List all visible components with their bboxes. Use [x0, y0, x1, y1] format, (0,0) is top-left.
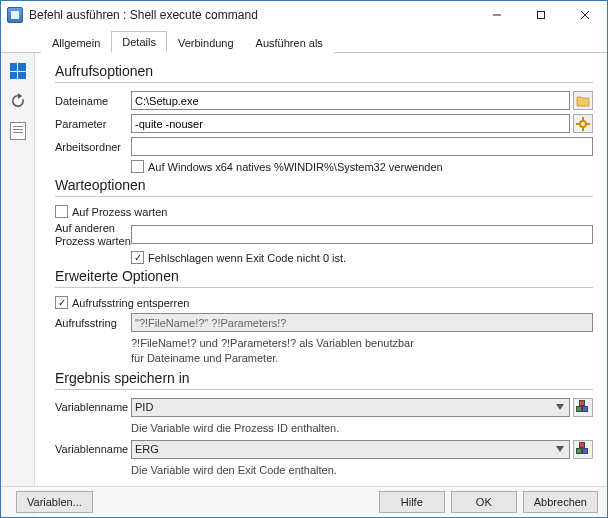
cubes-icon [576, 442, 590, 456]
filename-input[interactable] [131, 91, 570, 110]
tab-details[interactable]: Details [111, 31, 167, 53]
cancel-button[interactable]: Abbrechen [523, 491, 598, 513]
callstring-note: ?!FileName!? und ?!Parameters!? als Vari… [131, 336, 593, 366]
wait-other-input[interactable] [131, 225, 593, 244]
browse-file-button[interactable] [573, 91, 593, 110]
section-ergebnis-title: Ergebnis speichern in [55, 370, 593, 386]
filename-label: Dateiname [55, 95, 131, 107]
app-icon [7, 7, 23, 23]
window-title: Befehl ausführen : Shell execute command [29, 8, 475, 22]
var2-label: Variablenname [55, 443, 131, 455]
parameter-input[interactable] [131, 114, 570, 133]
tab-ausfuehren-als[interactable]: Ausführen als [245, 32, 334, 53]
wait-process-checkbox[interactable] [55, 205, 68, 218]
tiles-button[interactable] [6, 59, 30, 83]
var1-note: Die Variable wird die Prozess ID enthalt… [131, 421, 593, 436]
unlock-callstring-checkbox[interactable] [55, 296, 68, 309]
var2-note: Die Variable wird den Exit Code enthalte… [131, 463, 593, 478]
minimize-button[interactable] [475, 1, 519, 29]
reload-button[interactable] [6, 89, 30, 113]
x64-checkbox-label: Auf Windows x64 natives %WINDIR%\System3… [148, 161, 443, 173]
var1-picker-button[interactable] [573, 398, 593, 417]
help-button[interactable]: Hilfe [379, 491, 445, 513]
gear-icon [576, 117, 590, 131]
close-button[interactable] [563, 1, 607, 29]
var1-label: Variablenname [55, 401, 131, 413]
tab-strip: Allgemein Details Verbindung Ausführen a… [1, 29, 607, 53]
unlock-callstring-label: Aufrufsstring entsperren [72, 297, 189, 309]
maximize-button[interactable] [519, 1, 563, 29]
left-toolbar [1, 53, 35, 517]
folder-icon [576, 94, 590, 108]
var2-combo-value: ERG [135, 443, 552, 455]
tiles-icon [10, 63, 26, 79]
notes-button[interactable] [6, 119, 30, 143]
callstring-label: Aufrufsstring [55, 317, 131, 329]
svg-rect-1 [538, 12, 545, 19]
var2-combo[interactable]: ERG [131, 440, 570, 459]
workdir-label: Arbeitsordner [55, 141, 131, 153]
variables-button[interactable]: Variablen... [16, 491, 93, 513]
parameter-settings-button[interactable] [573, 114, 593, 133]
reload-icon [10, 93, 26, 109]
wait-other-label: Auf anderen Prozess warten [55, 222, 131, 247]
exitcode-fail-label: Fehlschlagen wenn Exit Code nicht 0 ist. [148, 252, 346, 264]
section-warteoptionen-title: Warteoptionen [55, 177, 593, 193]
workdir-input[interactable] [131, 137, 593, 156]
x64-checkbox[interactable] [131, 160, 144, 173]
exitcode-fail-checkbox[interactable] [131, 251, 144, 264]
title-bar: Befehl ausführen : Shell execute command [1, 1, 607, 29]
cubes-icon [576, 400, 590, 414]
tab-allgemein[interactable]: Allgemein [41, 32, 111, 53]
ok-button[interactable]: OK [451, 491, 517, 513]
content-area: Aufrufsoptionen Dateiname Parameter Arbe… [35, 53, 607, 517]
svg-point-4 [580, 121, 586, 127]
tab-verbindung[interactable]: Verbindung [167, 32, 245, 53]
chevron-down-icon [552, 442, 567, 457]
callstring-input[interactable] [131, 313, 593, 332]
section-erweiterte-title: Erweiterte Optionen [55, 268, 593, 284]
document-icon [10, 122, 26, 140]
var2-picker-button[interactable] [573, 440, 593, 459]
dialog-footer: Variablen... Hilfe OK Abbrechen [2, 486, 606, 516]
var1-combo[interactable]: PID [131, 398, 570, 417]
section-aufrufsoptionen-title: Aufrufsoptionen [55, 63, 593, 79]
wait-process-label: Auf Prozess warten [72, 206, 167, 218]
var1-combo-value: PID [135, 401, 552, 413]
chevron-down-icon [552, 400, 567, 415]
parameter-label: Parameter [55, 118, 131, 130]
